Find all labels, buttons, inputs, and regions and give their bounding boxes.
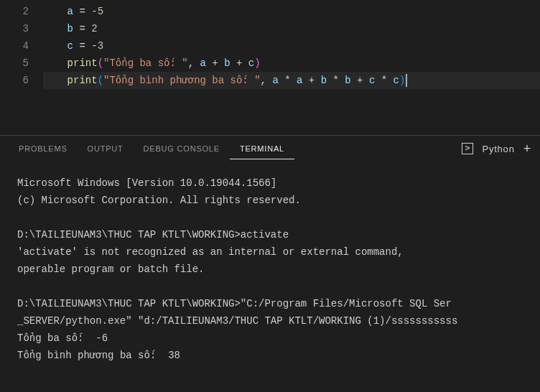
terminal-line: D:\TAILIEUNAM3\THUC TAP KTLT\WORKING>act… xyxy=(17,226,523,243)
code-line[interactable]: 2 a = -5 xyxy=(0,3,540,20)
tab-terminal[interactable]: TERMINAL xyxy=(230,139,294,159)
code-line[interactable]: 5 print("Tổng ba số: ", a + b + c) xyxy=(0,55,540,72)
plus-icon[interactable]: + xyxy=(523,141,531,157)
line-number: 2 xyxy=(0,3,43,20)
code-editor[interactable]: 2 a = -53 b = 24 c = -35 print("Tổng ba … xyxy=(0,0,540,92)
line-number: 4 xyxy=(0,37,43,55)
terminal-line: Microsoft Windows [Version 10.0.19044.15… xyxy=(17,174,523,192)
terminal-line: Tổng bình phương ba số: 38 xyxy=(17,347,523,364)
panel-tabs: PROBLEMS OUTPUT DEBUG CONSOLE TERMINAL P… xyxy=(0,136,540,162)
code-content[interactable]: print("Tổng bình phương ba số: ", a * a … xyxy=(43,72,540,89)
code-content[interactable]: c = -3 xyxy=(43,37,540,55)
code-content[interactable]: a = -5 xyxy=(43,3,540,20)
code-content[interactable]: b = 2 xyxy=(43,20,540,37)
code-line[interactable]: 3 b = 2 xyxy=(0,20,540,37)
line-number: 3 xyxy=(0,20,43,37)
code-content[interactable]: print("Tổng ba số: ", a + b + c) xyxy=(43,55,540,72)
terminal-line: 'activate' is not recognized as an inter… xyxy=(17,243,523,261)
line-number: 6 xyxy=(0,72,43,89)
line-number: 5 xyxy=(0,55,43,72)
code-line[interactable]: 6 print("Tổng bình phương ba số: ", a * … xyxy=(0,72,540,89)
terminal-line: D:\TAILIEUNAM3\THUC TAP KTLT\WORKING>"C:… xyxy=(17,295,523,312)
terminal[interactable]: Microsoft Windows [Version 10.0.19044.15… xyxy=(0,162,540,392)
terminal-line: _SERVER/python.exe" "d:/TAILIEUNAM3/THUC… xyxy=(17,312,523,330)
panel-right-controls: Python + xyxy=(462,141,531,157)
tab-problems[interactable]: PROBLEMS xyxy=(9,139,78,159)
terminal-profile-label[interactable]: Python xyxy=(482,144,514,154)
launch-profile-icon[interactable] xyxy=(462,143,473,154)
text-cursor xyxy=(406,74,407,87)
terminal-line: operable program or batch file. xyxy=(17,261,523,278)
terminal-line: Tổng ba số: -6 xyxy=(17,330,523,347)
tab-output[interactable]: OUTPUT xyxy=(78,139,134,159)
terminal-line: (c) Microsoft Corporation. All rights re… xyxy=(17,192,523,209)
tab-debug-console[interactable]: DEBUG CONSOLE xyxy=(134,139,230,159)
code-line[interactable]: 4 c = -3 xyxy=(0,37,540,55)
